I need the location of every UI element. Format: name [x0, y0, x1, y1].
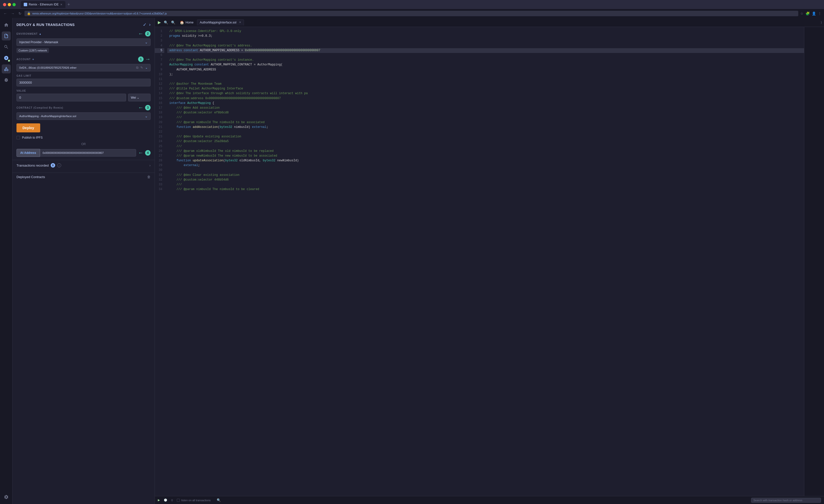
- fullscreen-window-button[interactable]: [12, 3, 16, 6]
- environment-dropdown[interactable]: Injected Provider - Metamask ⌄: [16, 38, 150, 46]
- code-line-11: [167, 77, 804, 82]
- new-tab-button[interactable]: +: [67, 2, 71, 7]
- line-number-33: 33: [155, 182, 164, 187]
- bottom-history-icon: 🕐: [164, 499, 167, 502]
- transactions-expand-icon[interactable]: ›: [149, 163, 150, 167]
- line-number-3: 3: [155, 38, 164, 43]
- left-panel: DEPLOY & RUN TRANSACTIONS ✓ › ENVIRONMEN…: [12, 18, 155, 504]
- tab-title: Remix - Ethereum IDE: [29, 3, 59, 6]
- code-line-6: [167, 53, 804, 58]
- panel-header: DEPLOY & RUN TRANSACTIONS ✓ ›: [12, 18, 154, 30]
- bottom-search-icon[interactable]: 🔍: [217, 498, 221, 502]
- edit-address-icon[interactable]: ✎: [140, 66, 143, 70]
- forward-icon[interactable]: ›: [149, 22, 150, 27]
- account-plus-icon[interactable]: +: [32, 58, 34, 61]
- account-label: ACCOUNT: [16, 58, 31, 61]
- line-number-28: 28: [155, 158, 164, 163]
- search-icon[interactable]: 🔍: [163, 20, 169, 25]
- compile-badge: [8, 60, 10, 62]
- contract-dropdown[interactable]: AuthorMapping - AuthorMappingInterface.s…: [16, 112, 150, 120]
- lock-icon: 🔒: [27, 12, 31, 15]
- close-tab-button[interactable]: ✕: [239, 21, 241, 24]
- listen-transactions-item: listen on all transactions: [177, 499, 210, 502]
- sidebar-item-home[interactable]: [2, 20, 11, 29]
- deploy-button[interactable]: Deploy: [16, 123, 40, 132]
- code-line-14: /// @dev The interface through which sol…: [167, 91, 804, 96]
- sidebar-item-deploy[interactable]: [2, 65, 11, 74]
- line-number-22: 22: [155, 130, 164, 134]
- sidebar-item-files[interactable]: [2, 31, 11, 40]
- menu-icon[interactable]: ⋮: [818, 11, 822, 15]
- contract-value: AuthorMapping - AuthorMappingInterface.s…: [19, 115, 76, 118]
- or-divider: OR: [12, 140, 154, 148]
- tab-close-button[interactable]: ✕: [60, 3, 63, 6]
- profile-icon[interactable]: 👤: [812, 11, 816, 15]
- tab-favicon: [24, 3, 27, 6]
- line-number-6: 6: [155, 53, 164, 58]
- code-line-31: /// @dev Clear existing association: [167, 173, 804, 178]
- line-number-34: 34: [155, 187, 164, 192]
- editor-expand-icon[interactable]: ⟩: [821, 21, 822, 24]
- minimize-window-button[interactable]: [8, 3, 11, 6]
- unit-select[interactable]: Wei ⌄: [128, 94, 150, 101]
- sidebar-item-debug[interactable]: [2, 76, 11, 84]
- extension-icon[interactable]: 🧩: [806, 11, 810, 15]
- code-line-33: ///: [167, 182, 804, 187]
- transaction-count-badge: 0: [51, 163, 55, 168]
- close-window-button[interactable]: [3, 3, 6, 6]
- tab-active-file[interactable]: AuthorMappingInterface.sol ✕: [197, 19, 244, 25]
- tab-home[interactable]: 🏠 Home: [177, 19, 196, 25]
- run-button[interactable]: ▶: [157, 19, 162, 25]
- sidebar-item-compile[interactable]: [2, 54, 11, 63]
- line-number-17: 17: [155, 106, 164, 110]
- main-layout: DEPLOY & RUN TRANSACTIONS ✓ › ENVIRONMEN…: [0, 18, 824, 504]
- line-number-24: 24: [155, 139, 164, 144]
- code-line-17: /// @dev Add association: [167, 106, 804, 110]
- copy-address-icon[interactable]: ⧉: [136, 66, 138, 70]
- code-area[interactable]: 1234567891011121314151617181920212223242…: [155, 27, 824, 496]
- account-dropdown-arrow[interactable]: ⌄: [145, 66, 148, 70]
- zoom-out-icon[interactable]: 🔍: [170, 20, 176, 25]
- addressbar-icons: ☆ 🧩 👤 ⋮: [800, 11, 822, 15]
- deployed-title: Deployed Contracts: [16, 175, 45, 179]
- code-line-3: [167, 38, 804, 43]
- transactions-info-icon[interactable]: i: [57, 163, 61, 167]
- deployed-contracts-section: Deployed Contracts 🗑: [12, 173, 154, 181]
- line-number-5: 5: [155, 48, 164, 53]
- line-number-19: 19: [155, 115, 164, 120]
- line-number-21: 21: [155, 125, 164, 130]
- back-button[interactable]: ←: [2, 11, 8, 16]
- browser-tab[interactable]: Remix - Ethereum IDE ✕: [21, 1, 66, 8]
- search-bar-bottom[interactable]: Search with transaction hash or address: [751, 498, 821, 503]
- code-line-10: );: [167, 72, 804, 77]
- at-address-input[interactable]: 0x00000000000000000000000000000000000008…: [40, 149, 136, 157]
- transactions-label: Transactions recorded: [16, 164, 49, 167]
- bottom-play-icon: ▶: [158, 499, 160, 502]
- code-line-26: /// @param oldNimbusId The old nimbusId …: [167, 149, 804, 154]
- publish-ipfs-checkbox[interactable]: [16, 136, 20, 139]
- value-input[interactable]: 0: [16, 94, 126, 101]
- environment-funnel-icon: ⬧: [39, 32, 41, 36]
- sidebar-item-search[interactable]: [2, 42, 11, 52]
- url-bar[interactable]: 🔒 remix.ethereum.org/#optimize=false&run…: [24, 11, 798, 16]
- at-address-button[interactable]: At Address: [16, 149, 40, 157]
- line-number-30: 30: [155, 168, 164, 173]
- line-number-20: 20: [155, 120, 164, 125]
- check-icon[interactable]: ✓: [143, 22, 146, 27]
- forward-button[interactable]: →: [10, 11, 15, 16]
- code-line-12: /// @author The Moonbeam Team: [167, 82, 804, 86]
- panel-header-icons: ✓ ›: [143, 22, 150, 27]
- sidebar-item-settings[interactable]: [2, 493, 11, 502]
- contract-label: CONTRACT (Compiled By Remix): [16, 106, 63, 109]
- gas-limit-input[interactable]: 3000000: [16, 79, 150, 86]
- code-line-27: /// @param newNimbusId The new nimbusId …: [167, 154, 804, 158]
- panel-title: DEPLOY & RUN TRANSACTIONS: [16, 23, 75, 27]
- trash-icon[interactable]: 🗑: [147, 175, 150, 179]
- bookmark-icon[interactable]: ☆: [800, 11, 804, 15]
- refresh-button[interactable]: ↻: [17, 11, 22, 16]
- environment-label: ENVIRONMENT: [16, 32, 38, 35]
- bottom-play-item: ▶: [158, 499, 160, 502]
- transactions-header: Transactions recorded 0 i ›: [16, 163, 150, 168]
- code-line-18: /// @custom:selector ef8b6cd8: [167, 110, 804, 115]
- listen-checkbox[interactable]: [177, 499, 180, 502]
